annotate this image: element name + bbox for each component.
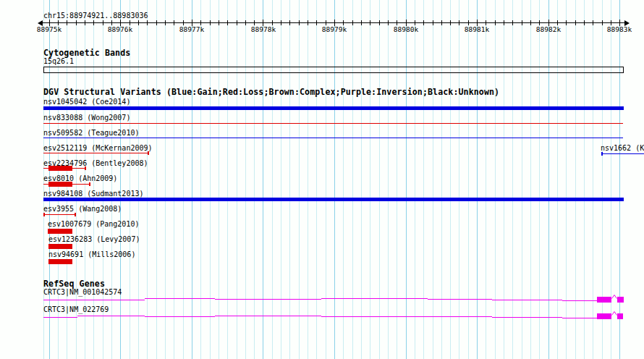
ruler-tick xyxy=(227,20,228,25)
ruler-tick xyxy=(352,20,353,25)
gene-model-line[interactable] xyxy=(43,300,145,300)
feature-label[interactable]: esv2512119 (McKernan2009) xyxy=(43,144,153,152)
ruler-tick-label: 88976k xyxy=(104,25,136,33)
gene-model-line[interactable] xyxy=(492,317,562,318)
variant-line[interactable] xyxy=(43,153,148,153)
ruler-tick xyxy=(397,20,397,25)
gridline xyxy=(210,0,211,359)
range-end-tick xyxy=(43,213,45,216)
variant-line[interactable] xyxy=(43,214,75,215)
feature-label[interactable]: esv3955 (Wang2008) xyxy=(43,205,122,213)
gridline xyxy=(281,0,281,359)
feature-label[interactable]: CRTC3|NM_001042574 xyxy=(43,288,122,296)
gene-model-line[interactable] xyxy=(77,316,145,316)
gene-model-line[interactable] xyxy=(215,316,321,316)
gridline xyxy=(539,0,540,359)
gene-model-line[interactable] xyxy=(145,316,215,317)
gridline xyxy=(147,0,148,359)
ruler-tick xyxy=(388,20,389,25)
intron-caret-icon xyxy=(611,295,617,299)
feature-label[interactable]: 15q26.1 xyxy=(43,57,74,65)
variant-box[interactable] xyxy=(48,259,72,264)
gridline xyxy=(370,0,370,359)
variant-box[interactable] xyxy=(48,182,72,187)
variant-bar[interactable] xyxy=(43,198,624,201)
gene-model-line[interactable] xyxy=(562,300,598,301)
gridline xyxy=(237,0,237,359)
gene-exon[interactable] xyxy=(597,313,611,319)
feature-label[interactable]: CRTC3|NM_022769 xyxy=(43,305,109,313)
feature-label[interactable]: esv1007679 (Pang2010) xyxy=(48,220,139,228)
gridline xyxy=(388,0,389,359)
gene-model-line[interactable] xyxy=(145,298,215,299)
variant-bar[interactable] xyxy=(43,106,624,110)
ruler-tick xyxy=(103,20,103,25)
ruler-tick xyxy=(156,20,157,25)
ruler-tick-label: 88980k xyxy=(390,25,422,33)
range-end-tick xyxy=(89,182,90,186)
gridline xyxy=(548,0,549,359)
gridline xyxy=(183,0,184,359)
ruler-tick xyxy=(486,20,486,25)
variant-box[interactable] xyxy=(48,229,72,234)
feature-label[interactable]: nsv94691 (Mills2006) xyxy=(48,250,135,258)
gene-exon[interactable] xyxy=(617,313,623,319)
variant-line[interactable] xyxy=(601,153,644,154)
ruler-tick xyxy=(237,20,237,25)
variant-line[interactable] xyxy=(43,138,623,138)
gridline xyxy=(459,0,459,359)
gridline xyxy=(557,0,558,359)
variant-box[interactable] xyxy=(48,166,72,171)
gene-exon[interactable] xyxy=(597,297,611,303)
gene-model-line[interactable] xyxy=(428,316,492,317)
ruler-tick xyxy=(468,20,469,25)
feature-label[interactable]: esv1236283 (Levy2007) xyxy=(48,235,140,243)
gridline xyxy=(200,0,201,359)
ruler-tick xyxy=(316,20,317,25)
ruler-tick-label: 88979k xyxy=(318,25,350,33)
ruler-tick xyxy=(530,20,531,25)
cytoband[interactable] xyxy=(43,67,624,73)
ruler-tick xyxy=(539,20,540,25)
genome-browser-panel: chr15:88974921..88983036 88975k88976k889… xyxy=(0,0,644,359)
gridline xyxy=(433,0,433,359)
ruler-tick xyxy=(289,20,290,25)
gridline xyxy=(450,0,451,359)
gridline xyxy=(334,0,335,359)
feature-label[interactable]: nsv1045042 (Coe2014) xyxy=(43,98,130,106)
ruler-tick xyxy=(111,20,112,25)
gene-model-line[interactable] xyxy=(43,317,77,318)
ruler-tick xyxy=(183,20,184,25)
feature-label[interactable]: nsv1662 (K xyxy=(601,144,644,152)
gridline xyxy=(495,0,496,359)
gene-model-line[interactable] xyxy=(321,316,428,317)
ruler-tick xyxy=(512,20,513,25)
feature-label[interactable]: nsv984108 (Sudmant2013) xyxy=(43,190,143,198)
gene-exon[interactable] xyxy=(617,297,624,303)
feature-label[interactable]: nsv509582 (Teague2010) xyxy=(43,129,139,137)
ruler-tick xyxy=(210,20,211,25)
gridline xyxy=(602,0,603,359)
variant-line[interactable] xyxy=(43,123,623,124)
range-end-tick xyxy=(601,152,603,156)
gridline xyxy=(619,0,620,359)
gene-model-line[interactable] xyxy=(321,298,428,299)
ruler-tick xyxy=(370,20,370,25)
feature-label[interactable]: nsv833088 (Wong2007) xyxy=(43,114,130,122)
gridline xyxy=(326,0,326,359)
gridline xyxy=(219,0,219,359)
gridline xyxy=(415,0,415,359)
gene-model-line[interactable] xyxy=(215,299,321,300)
ruler-tick xyxy=(147,20,148,25)
ruler-tick-label: 88977k xyxy=(176,25,208,33)
gene-model-line[interactable] xyxy=(428,299,492,300)
gridline xyxy=(227,0,228,359)
section-heading-refseq-genes: RefSeq Genes xyxy=(43,279,105,288)
gene-model-line[interactable] xyxy=(492,300,562,300)
ruler-tick xyxy=(245,20,246,25)
ruler-tick xyxy=(593,20,593,25)
ruler-tick xyxy=(379,20,380,25)
gene-model-line[interactable] xyxy=(562,318,598,318)
ruler-tick xyxy=(566,20,567,25)
variant-box[interactable] xyxy=(48,244,72,249)
